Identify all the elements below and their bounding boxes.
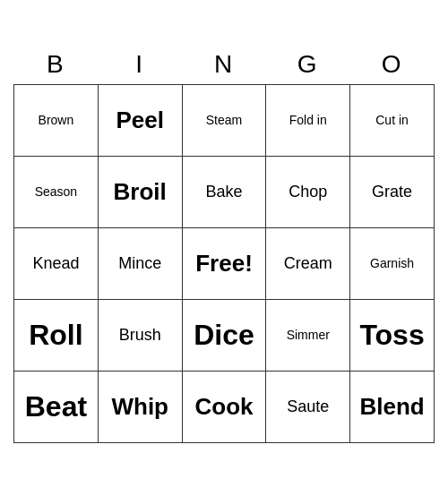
bingo-cell-1-4: Grate: [350, 156, 435, 227]
bingo-cell-2-2: Free!: [182, 227, 266, 299]
bingo-cell-3-2: Dice: [182, 299, 266, 371]
bingo-cell-1-3: Chop: [266, 156, 350, 227]
bingo-cell-4-4: Blend: [350, 371, 435, 442]
bingo-card: BINGO BrownPeelSteamFold inCut inSeasonB…: [13, 44, 435, 443]
bingo-cell-0-3: Fold in: [266, 84, 350, 156]
header-letter-b: B: [14, 44, 99, 84]
bingo-body: BrownPeelSteamFold inCut inSeasonBroilBa…: [14, 84, 435, 442]
bingo-cell-3-4: Toss: [350, 299, 435, 371]
header-letter-o: O: [350, 44, 435, 84]
bingo-cell-4-2: Cook: [182, 371, 266, 442]
bingo-cell-1-1: Broil: [98, 156, 182, 227]
bingo-cell-3-1: Brush: [98, 299, 182, 371]
header-letter-n: N: [182, 44, 266, 84]
bingo-row-2: KneadMinceFree!CreamGarnish: [14, 227, 435, 299]
bingo-cell-0-4: Cut in: [350, 84, 435, 156]
bingo-cell-3-0: Roll: [14, 299, 99, 371]
bingo-row-4: BeatWhipCookSauteBlend: [14, 371, 435, 442]
bingo-cell-0-1: Peel: [98, 84, 182, 156]
bingo-cell-1-2: Bake: [182, 156, 266, 227]
bingo-cell-1-0: Season: [14, 156, 99, 227]
bingo-row-3: RollBrushDiceSimmerToss: [14, 299, 435, 371]
bingo-cell-2-0: Knead: [14, 227, 99, 299]
bingo-cell-4-1: Whip: [98, 371, 182, 442]
bingo-cell-0-2: Steam: [182, 84, 266, 156]
bingo-cell-2-4: Garnish: [350, 227, 435, 299]
bingo-cell-4-0: Beat: [14, 371, 99, 442]
bingo-cell-2-1: Mince: [98, 227, 182, 299]
bingo-row-1: SeasonBroilBakeChopGrate: [14, 156, 435, 227]
header-letter-g: G: [266, 44, 350, 84]
bingo-cell-0-0: Brown: [14, 84, 99, 156]
bingo-row-0: BrownPeelSteamFold inCut in: [14, 84, 435, 156]
bingo-header: BINGO: [14, 44, 435, 84]
bingo-cell-4-3: Saute: [266, 371, 350, 442]
bingo-cell-3-3: Simmer: [266, 299, 350, 371]
header-letter-i: I: [98, 44, 182, 84]
bingo-cell-2-3: Cream: [266, 227, 350, 299]
